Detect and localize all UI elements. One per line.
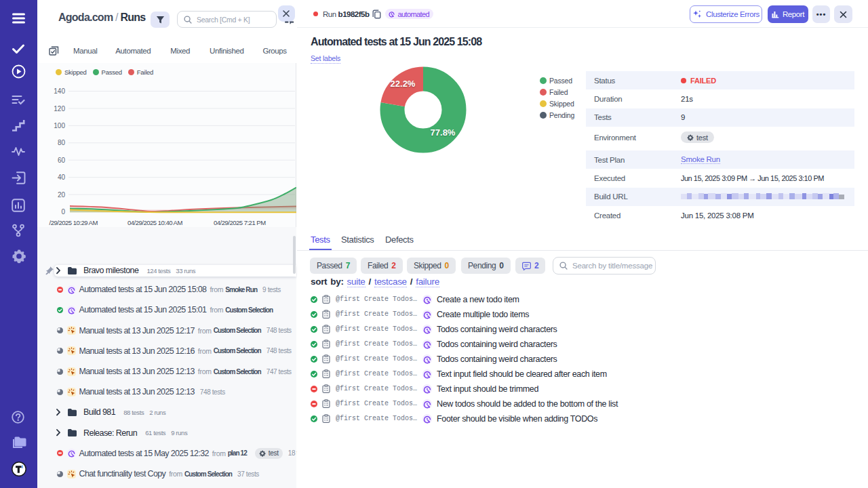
svg-text:77.8%: 77.8%: [431, 127, 456, 138]
svg-text:04/29/2025 7:21 PM: 04/29/2025 7:21 PM: [214, 219, 266, 226]
svg-text:80: 80: [58, 139, 66, 146]
svg-text:0: 0: [61, 208, 65, 216]
svg-text:60: 60: [58, 157, 66, 164]
svg-text:/29/2025 10:29 AM: /29/2025 10:29 AM: [50, 219, 98, 226]
svg-text:40: 40: [58, 174, 66, 181]
svg-text:120: 120: [54, 105, 65, 113]
svg-text:20: 20: [58, 191, 66, 199]
svg-text:140: 140: [54, 87, 65, 95]
svg-text:22.2%: 22.2%: [391, 79, 416, 89]
svg-text:04/29/2025 10:40 AM: 04/29/2025 10:40 AM: [127, 219, 182, 226]
svg-text:100: 100: [54, 122, 65, 129]
